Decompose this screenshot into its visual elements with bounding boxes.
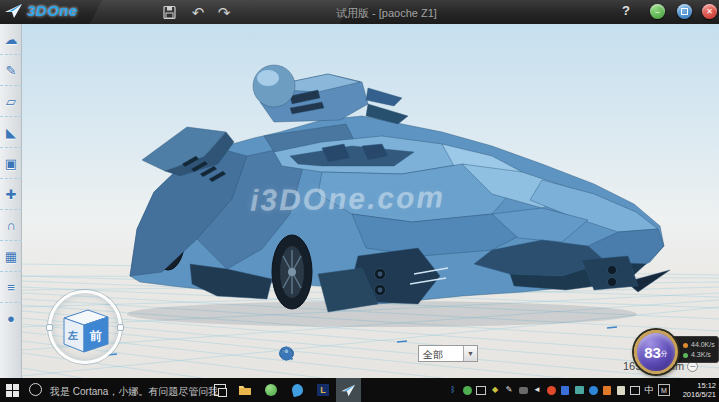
taskbar-file-explorer[interactable]: [238, 383, 252, 397]
antivirus-icon[interactable]: [462, 385, 472, 395]
help-button[interactable]: ?: [622, 3, 630, 18]
start-button[interactable]: [6, 384, 19, 397]
car-model[interactable]: [22, 24, 719, 378]
stylus-icon[interactable]: ✎: [504, 385, 514, 395]
view-cube[interactable]: 左 前: [48, 290, 122, 364]
download-icon: [683, 353, 688, 358]
taskbar-game-client[interactable]: L: [316, 383, 330, 397]
pencil-icon: ✎: [6, 63, 17, 78]
filter-dropdown-value: 全部: [419, 346, 463, 361]
undo-button[interactable]: ↶: [188, 3, 208, 21]
clock-date: 2016/5/21: [683, 391, 716, 400]
shaded-mode-button[interactable]: [334, 345, 351, 362]
sphere-icon: ●: [7, 311, 15, 326]
notes-icon[interactable]: [616, 385, 626, 395]
box-icon: ▦: [5, 249, 17, 264]
sidebar-item-cloud-resources[interactable]: ☁: [0, 24, 22, 55]
magnet-icon: ∩: [6, 218, 15, 233]
thunder-icon[interactable]: [546, 385, 556, 395]
redo-button[interactable]: ↷: [214, 3, 234, 21]
bluetooth-icon[interactable]: ᛒ: [448, 385, 458, 395]
cortana-icon[interactable]: [29, 383, 42, 396]
lock-view-button[interactable]: [390, 345, 407, 362]
view-cube-left-label: 左: [67, 330, 78, 341]
photo-icon[interactable]: [574, 385, 584, 395]
window-title: 试用版 - [paoche Z1]: [336, 6, 437, 21]
cloud-icon: ☁: [5, 32, 18, 47]
bars-icon: ≡: [7, 280, 15, 295]
upload-speed: 44.0K/s: [691, 340, 715, 350]
sidebar-item-align[interactable]: ≡: [0, 272, 22, 303]
sidebar-item-edit-feature[interactable]: ◣: [0, 117, 22, 148]
dropdown-arrow-icon[interactable]: ▼: [463, 346, 477, 361]
windows-taskbar: 我是 Cortana，小娜。有问题尽管问我。 L ᛒ ◆ ✎: [0, 378, 719, 402]
tool-sidebar: ☁ ✎ ▱ ◣ ▣ ✚ ∩ ▦ ≡ ●: [0, 24, 22, 378]
taskbar-browser-blue[interactable]: [290, 383, 304, 397]
l-game-icon: L: [317, 384, 329, 396]
app-logo: 3DOne: [5, 2, 78, 19]
view-cube-front-label: 前: [89, 329, 102, 343]
ime-indicator[interactable]: 中: [644, 385, 654, 395]
flag-icon[interactable]: [560, 385, 570, 395]
save-icon: [162, 5, 177, 20]
shield-icon[interactable]: ◆: [490, 385, 500, 395]
green-browser-icon: [265, 384, 277, 396]
taskbar-browser-green[interactable]: [264, 383, 278, 397]
cube-icon: ▣: [5, 156, 17, 171]
cortana-search-text[interactable]: 我是 Cortana，小娜。有问题尽管问我。: [50, 385, 228, 399]
minimize-button[interactable]: –: [650, 4, 665, 19]
camera-icon[interactable]: [518, 385, 528, 395]
close-button[interactable]: ✕: [702, 4, 717, 19]
display-icon[interactable]: [476, 385, 486, 395]
score-value: 83: [644, 344, 661, 361]
save-button[interactable]: [159, 3, 179, 21]
download-speed: 4.3K/s: [691, 350, 711, 360]
paper-plane-taskbar-icon: [341, 384, 356, 397]
paper-plane-icon: [5, 3, 23, 19]
network-speed-panel: 44.0K/s 4.3K/s: [672, 336, 719, 363]
app-name: 3DOne: [27, 2, 78, 19]
upload-icon: [683, 343, 688, 348]
front-wheel: [272, 235, 312, 309]
sweep-icon: ◣: [6, 125, 16, 140]
move-icon: ✚: [6, 187, 17, 202]
folder-icon: [238, 384, 252, 396]
system-tray: ᛒ ◆ ✎ ◄ 中 M: [448, 378, 670, 402]
maximize-icon: [681, 8, 688, 15]
blue-flame-icon: [290, 383, 304, 397]
globe-icon[interactable]: [588, 385, 598, 395]
title-bar: 3DOne ↶ ↷ 试用版 - [paoche Z1] ? – ✕: [0, 0, 719, 24]
view-cube-faces[interactable]: 左 前: [48, 290, 122, 364]
sidebar-item-solid[interactable]: ▣: [0, 148, 22, 179]
taskbar-3done-active[interactable]: [336, 378, 361, 402]
sidebar-item-group[interactable]: ▦: [0, 241, 22, 272]
score-ball[interactable]: 83 分: [634, 330, 678, 374]
docs-icon[interactable]: [602, 385, 612, 395]
zoom-button[interactable]: [362, 345, 379, 362]
display-toolbar: 全部 ▼: [278, 345, 478, 362]
wireframe-mode-button[interactable]: [306, 345, 323, 362]
screen: 3DOne ↶ ↷ 试用版 - [paoche Z1] ? – ✕ ☁ ✎ ▱ …: [0, 0, 719, 402]
filter-dropdown[interactable]: 全部 ▼: [418, 345, 478, 362]
m-tray-icon[interactable]: M: [658, 384, 670, 396]
sidebar-item-assembly[interactable]: ∩: [0, 210, 22, 241]
sidebar-item-material[interactable]: ●: [0, 303, 22, 334]
score-unit: 分: [661, 349, 668, 359]
sidebar-item-move[interactable]: ✚: [0, 179, 22, 210]
maximize-button[interactable]: [677, 4, 692, 19]
volume-icon[interactable]: ◄: [532, 385, 542, 395]
model-viewport[interactable]: i3DOne.com 左 前: [22, 24, 719, 378]
surface-icon: ▱: [6, 94, 16, 109]
lock-icon: [278, 345, 295, 362]
sidebar-item-surface[interactable]: ▱: [0, 86, 22, 117]
chat-icon[interactable]: [630, 385, 640, 395]
task-view-button[interactable]: [214, 384, 226, 396]
sidebar-item-sketch[interactable]: ✎: [0, 55, 22, 86]
taskbar-clock[interactable]: 15:12 2016/5/21: [683, 382, 716, 399]
safety-score-widget[interactable]: 44.0K/s 4.3K/s 83 分: [634, 330, 719, 376]
